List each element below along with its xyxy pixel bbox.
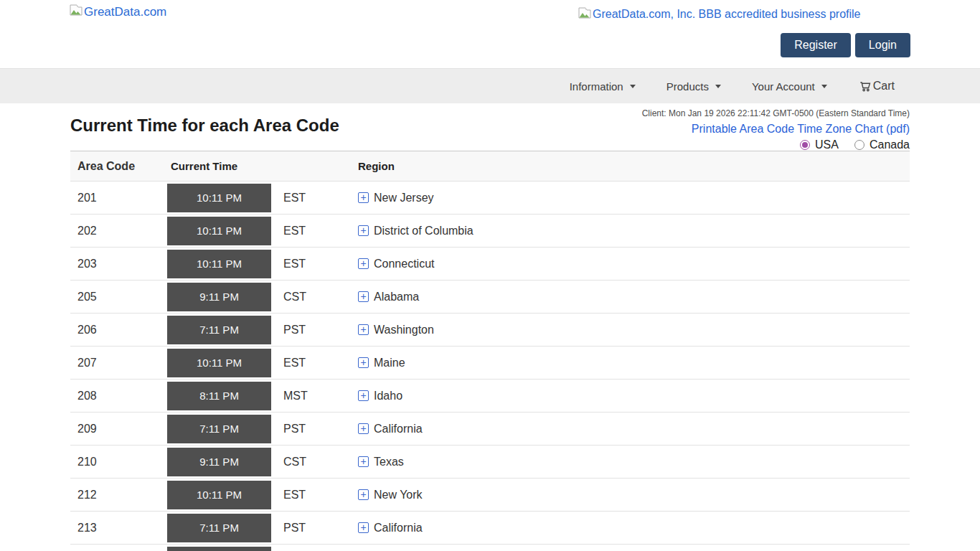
current-time-box: 9:11 PM (167, 283, 271, 311)
nav-label: Products (666, 80, 709, 93)
plus-expand-icon[interactable]: + (358, 192, 369, 203)
time-zone-cell: EST (271, 258, 358, 270)
table-row: 210 9:11 PM CST + Texas (70, 446, 910, 479)
region-cell: + District of Columbia (358, 225, 910, 237)
time-cell (167, 547, 271, 551)
plus-expand-icon[interactable]: + (358, 324, 369, 335)
time-cell: 8:11 PM (167, 382, 271, 410)
table-row: 203 10:11 PM EST + Connecticut (70, 248, 910, 281)
region-cell: + Texas (358, 456, 910, 468)
country-radio-group: USA Canada (642, 138, 910, 151)
current-time-box: 10:11 PM (167, 217, 271, 245)
region-name: California (374, 423, 423, 435)
region-name: Connecticut (374, 258, 435, 270)
logo-link[interactable]: GreatData.com (70, 4, 166, 19)
region-cell: + Connecticut (358, 258, 910, 270)
info-band: Current Time for each Area Code Client: … (0, 103, 980, 151)
bbb-profile-link[interactable]: GreatData.com, Inc. BBB accredited busin… (578, 7, 861, 22)
table-header-row: Area Code Current Time Region (70, 151, 910, 182)
auth-buttons: Register Login (781, 33, 910, 57)
area-code-table-body: 201 10:11 PM EST + New Jersey 202 10:11 … (70, 182, 910, 551)
time-cell: 9:11 PM (167, 448, 271, 476)
current-time-box: 7:11 PM (167, 316, 271, 344)
time-cell: 10:11 PM (167, 250, 271, 278)
page-title: Current Time for each Area Code (70, 116, 339, 136)
region-name: Washington (374, 324, 434, 336)
region-cell: + Washington (358, 324, 910, 336)
site-header: GreatData.com GreatData.com, Inc. BBB ac… (0, 0, 980, 68)
region-cell: + New Jersey (358, 192, 910, 204)
time-cell: 10:11 PM (167, 349, 271, 377)
nav-item-information[interactable]: Information (570, 80, 636, 93)
area-code-cell: 213 (70, 522, 167, 534)
plus-expand-icon[interactable]: + (358, 357, 369, 368)
time-cell: 10:11 PM (167, 481, 271, 509)
nav-item-your-account[interactable]: Your Account (752, 80, 827, 93)
region-cell: + Idaho (358, 390, 910, 402)
register-button[interactable]: Register (781, 33, 851, 57)
current-time-box: 10:11 PM (167, 250, 271, 278)
bbb-alt-text: GreatData.com, Inc. BBB accredited busin… (593, 8, 861, 21)
plus-expand-icon[interactable]: + (358, 423, 369, 434)
region-name: California (374, 522, 423, 534)
time-zone-cell: PST (271, 324, 358, 336)
client-time-text: Client: Mon Jan 19 2026 22:11:42 GMT-050… (642, 108, 910, 119)
current-time-box (167, 547, 271, 551)
area-code-cell: 209 (70, 423, 167, 435)
region-cell: + California (358, 423, 910, 435)
plus-expand-icon[interactable]: + (358, 522, 369, 533)
region-cell: + New York (358, 489, 910, 501)
table-row: 207 10:11 PM EST + Maine (70, 347, 910, 380)
nav-label: Information (570, 80, 623, 93)
area-code-cell: 202 (70, 225, 167, 237)
time-zone-cell: CST (271, 291, 358, 303)
time-cell: 9:11 PM (167, 283, 271, 311)
plus-expand-icon[interactable]: + (358, 489, 369, 500)
nav-label: Your Account (752, 80, 815, 93)
radio-canada[interactable]: Canada (854, 138, 910, 151)
table-row: 212 10:11 PM EST + New York (70, 479, 910, 512)
time-zone-cell: EST (271, 357, 358, 369)
table-row: 206 7:11 PM PST + Washington (70, 314, 910, 347)
cart-label: Cart (873, 80, 895, 93)
header-current-time: Current Time (167, 160, 271, 172)
table-row: 213 7:11 PM PST + California (70, 512, 910, 545)
nav-item-products[interactable]: Products (666, 80, 721, 93)
current-time-box: 7:11 PM (167, 415, 271, 443)
area-code-cell: 207 (70, 357, 167, 369)
chevron-down-icon (715, 85, 721, 88)
time-zone-cell: PST (271, 522, 358, 534)
plus-expand-icon[interactable]: + (358, 291, 369, 302)
time-zone-cell: EST (271, 192, 358, 204)
table-row: 205 9:11 PM CST + Alabama (70, 281, 910, 314)
region-cell: + Maine (358, 357, 910, 369)
printable-chart-link[interactable]: Printable Area Code Time Zone Chart (pdf… (642, 122, 910, 136)
area-code-cell: 203 (70, 258, 167, 270)
table-row: 202 10:11 PM EST + District of Columbia (70, 215, 910, 248)
plus-expand-icon[interactable]: + (358, 225, 369, 236)
time-zone-cell: PST (271, 423, 358, 435)
right-info: Client: Mon Jan 19 2026 22:11:42 GMT-050… (642, 108, 910, 151)
plus-expand-icon[interactable]: + (358, 390, 369, 401)
area-code-cell: 208 (70, 390, 167, 402)
radio-canada-label: Canada (870, 138, 910, 151)
radio-usa[interactable]: USA (800, 138, 839, 151)
table-row: 209 7:11 PM PST + California (70, 413, 910, 446)
region-name: Idaho (374, 390, 402, 402)
area-code-cell: 210 (70, 456, 167, 468)
area-code-cell: 205 (70, 291, 167, 303)
logo-alt-text: GreatData.com (84, 5, 166, 19)
nav-item-cart[interactable]: Cart (858, 79, 895, 93)
login-button[interactable]: Login (855, 33, 910, 57)
region-name: Maine (374, 357, 405, 369)
time-zone-cell: EST (271, 489, 358, 501)
broken-image-icon (578, 7, 591, 22)
plus-expand-icon[interactable]: + (358, 456, 369, 467)
current-time-box: 9:11 PM (167, 448, 271, 476)
current-time-box: 8:11 PM (167, 382, 271, 410)
region-name: Texas (374, 456, 404, 468)
plus-expand-icon[interactable]: + (358, 258, 369, 269)
region-cell: + Alabama (358, 291, 910, 303)
table-row: 208 8:11 PM MST + Idaho (70, 380, 910, 413)
area-code-table: Area Code Current Time Region 201 10:11 … (70, 151, 910, 551)
